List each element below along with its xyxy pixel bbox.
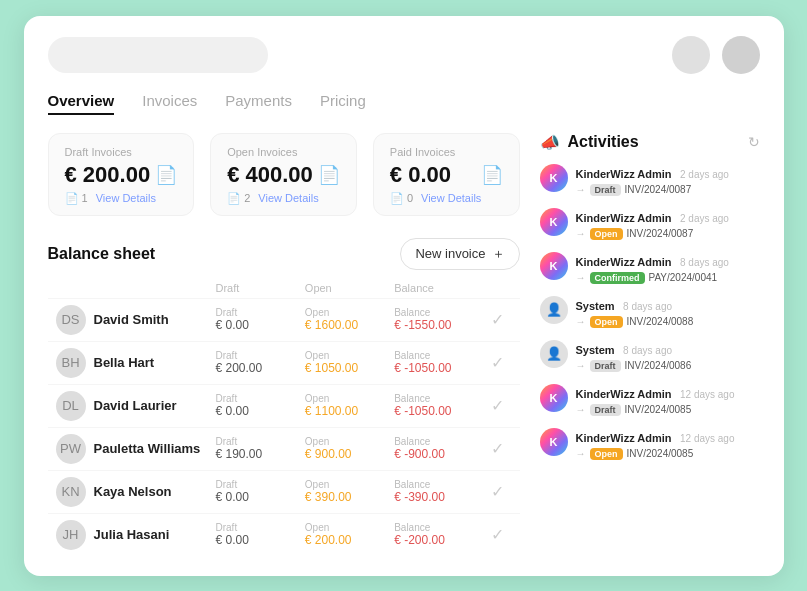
expand-row-button[interactable]: ✓ [484,525,512,544]
draft-value: € 0.00 [216,533,305,547]
tab-invoices[interactable]: Invoices [142,92,197,115]
open-value: € 1050.00 [305,361,394,375]
draft-value: € 0.00 [216,318,305,332]
expand-row-button[interactable]: ✓ [484,310,512,329]
draft-invoice-icon: 📄 [155,164,177,186]
person-name: Kaya Nelson [94,484,172,500]
open-value: € 1600.00 [305,318,394,332]
balance-label: Balance [394,350,483,361]
kw-avatar: K [540,164,568,192]
open-invoice-icon: 📄 [318,164,340,186]
sys-avatar: 👤 [540,296,568,324]
expand-row-button[interactable]: ✓ [484,396,512,415]
person-cell: PW Pauletta Williams [56,434,216,464]
status-badge: Draft [590,184,621,196]
person-name: Bella Hart [94,355,155,371]
stat-card-open: Open Invoices € 400.00 📄 📄 2 View Detail… [210,133,357,216]
col-header-balance: Balance [394,282,483,294]
activity-time: 2 days ago [680,169,729,180]
activity-user: System [576,344,615,356]
stat-link-open[interactable]: View Details [258,192,318,204]
activity-detail: → Open INV/2024/0088 [576,316,760,328]
open-amount: Open € 200.00 [305,522,394,547]
activity-invoice: INV/2024/0087 [627,228,694,239]
col-header-draft: Draft [216,282,305,294]
table-row: DL David Laurier Draft € 0.00 Open € 110… [48,384,520,427]
activity-time: 12 days ago [680,433,735,444]
avatar: JH [56,520,86,550]
new-invoice-label: New invoice [415,246,485,261]
open-label: Open [305,479,394,490]
balance-value: € -1050.00 [394,361,483,375]
status-badge: Draft [590,404,621,416]
activity-item: 👤 System 8 days ago → Draft INV/2024/008… [540,340,760,372]
stat-link-paid[interactable]: View Details [421,192,481,204]
arrow-icon: → [576,184,586,195]
activity-item: K KinderWizz Admin 8 days ago → Confirme… [540,252,760,284]
stat-label-open: Open Invoices [227,146,340,158]
balance-sheet-rows: DS David Smith Draft € 0.00 Open € 1600.… [48,298,520,556]
status-badge: Open [590,228,623,240]
tab-overview[interactable]: Overview [48,92,115,115]
activity-invoice: INV/2024/0086 [625,360,692,371]
activities-header: 📣 Activities ↻ [540,133,760,152]
status-badge: Open [590,316,623,328]
open-amount: Open € 900.00 [305,436,394,461]
stat-count-paid: 📄 0 [390,192,413,205]
stat-card-draft: Draft Invoices € 200.00 📄 📄 1 View Detai… [48,133,195,216]
kw-avatar: K [540,428,568,456]
arrow-icon: → [576,360,586,371]
megaphone-icon: 📣 [540,133,560,152]
person-name: Pauletta Williams [94,441,201,457]
activity-user: KinderWizz Admin [576,256,672,268]
draft-value: € 200.00 [216,361,305,375]
expand-row-button[interactable]: ✓ [484,439,512,458]
activity-time: 8 days ago [680,257,729,268]
activity-time: 8 days ago [623,301,672,312]
stat-amount-open: € 400.00 [227,162,313,188]
balance-amount: Balance € -1050.00 [394,350,483,375]
activity-body: KinderWizz Admin 2 days ago → Draft INV/… [576,164,760,196]
balance-sheet-header: Balance sheet New invoice ＋ [48,238,520,270]
expand-row-button[interactable]: ✓ [484,482,512,501]
balance-label: Balance [394,393,483,404]
balance-value: € -390.00 [394,490,483,504]
activity-detail: → Confirmed PAY/2024/0041 [576,272,760,284]
stat-amount-paid: € 0.00 [390,162,451,188]
plus-icon: ＋ [492,245,505,263]
activity-list: K KinderWizz Admin 2 days ago → Draft IN… [540,164,760,472]
topbar-avatar-1[interactable] [672,36,710,74]
open-label: Open [305,436,394,447]
stat-count-open: 📄 2 [227,192,250,205]
draft-amount: Draft € 190.00 [216,436,305,461]
activities-title: 📣 Activities [540,133,639,152]
paid-invoice-icon: 📄 [481,164,503,186]
activity-invoice: INV/2024/0085 [627,448,694,459]
activity-item: 👤 System 8 days ago → Open INV/2024/0088 [540,296,760,328]
open-value: € 1100.00 [305,404,394,418]
expand-row-button[interactable]: ✓ [484,353,512,372]
activity-detail: → Open INV/2024/0085 [576,448,760,460]
open-label: Open [305,307,394,318]
avatar: PW [56,434,86,464]
open-value: € 200.00 [305,533,394,547]
person-name: David Laurier [94,398,177,414]
person-name: David Smith [94,312,169,328]
new-invoice-button[interactable]: New invoice ＋ [400,238,519,270]
draft-value: € 190.00 [216,447,305,461]
tab-pricing[interactable]: Pricing [320,92,366,115]
activity-body: System 8 days ago → Draft INV/2024/0086 [576,340,760,372]
activity-body: KinderWizz Admin 2 days ago → Open INV/2… [576,208,760,240]
stat-amount-draft: € 200.00 [65,162,151,188]
activity-invoice: INV/2024/0085 [625,404,692,415]
person-cell: BH Bella Hart [56,348,216,378]
activity-detail: → Draft INV/2024/0085 [576,404,760,416]
tab-payments[interactable]: Payments [225,92,292,115]
refresh-icon[interactable]: ↻ [748,134,760,150]
activity-user: KinderWizz Admin [576,388,672,400]
balance-label: Balance [394,307,483,318]
search-bar[interactable] [48,37,268,73]
topbar-avatar-2[interactable] [722,36,760,74]
status-badge: Open [590,448,623,460]
stat-link-draft[interactable]: View Details [96,192,156,204]
